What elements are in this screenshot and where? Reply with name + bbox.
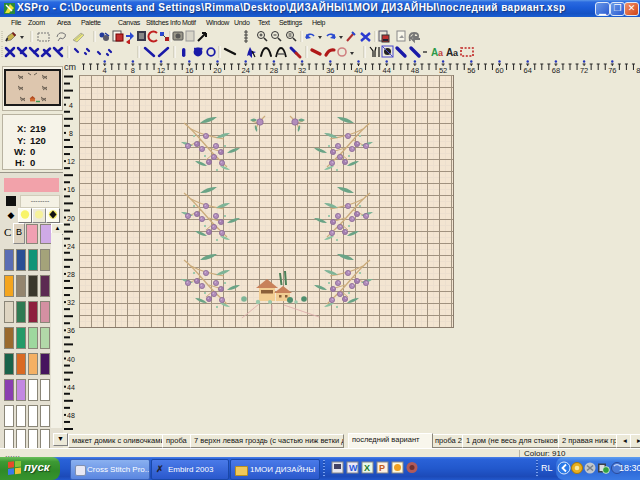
svg-text:36: 36 — [67, 327, 75, 334]
svg-text:48: 48 — [411, 66, 419, 75]
svg-text:12: 12 — [67, 158, 75, 165]
svg-text:20: 20 — [213, 66, 221, 75]
svg-text:44: 44 — [67, 384, 75, 391]
svg-text:a: a — [438, 48, 444, 58]
svg-text:32: 32 — [67, 299, 75, 306]
svg-text:52: 52 — [439, 66, 447, 75]
svg-text:68: 68 — [552, 66, 560, 75]
svg-text:40: 40 — [67, 356, 75, 363]
svg-text:16: 16 — [185, 66, 193, 75]
svg-text:28: 28 — [67, 271, 75, 278]
svg-text:4: 4 — [69, 102, 73, 109]
svg-text:36: 36 — [326, 66, 334, 75]
svg-text:8: 8 — [69, 130, 73, 137]
svg-text:56: 56 — [467, 66, 475, 75]
svg-text:20: 20 — [67, 215, 75, 222]
svg-text:40: 40 — [354, 66, 362, 75]
svg-text:48: 48 — [67, 412, 75, 419]
svg-text:44: 44 — [383, 66, 391, 75]
svg-text:28: 28 — [270, 66, 278, 75]
svg-text:64: 64 — [524, 66, 532, 75]
svg-text:24: 24 — [242, 66, 250, 75]
svg-text:W: W — [349, 463, 358, 473]
svg-text:16: 16 — [67, 186, 75, 193]
svg-text:80: 80 — [636, 66, 640, 75]
svg-text:60: 60 — [495, 66, 503, 75]
svg-text:P: P — [379, 463, 385, 473]
svg-text:8: 8 — [131, 66, 135, 75]
svg-text:76: 76 — [608, 66, 616, 75]
svg-text:a: a — [453, 48, 459, 58]
svg-text:4: 4 — [103, 66, 107, 75]
svg-text:24: 24 — [67, 243, 75, 250]
svg-text:32: 32 — [298, 66, 306, 75]
svg-text:12: 12 — [157, 66, 165, 75]
svg-text:X: X — [364, 463, 370, 473]
svg-text:72: 72 — [580, 66, 588, 75]
